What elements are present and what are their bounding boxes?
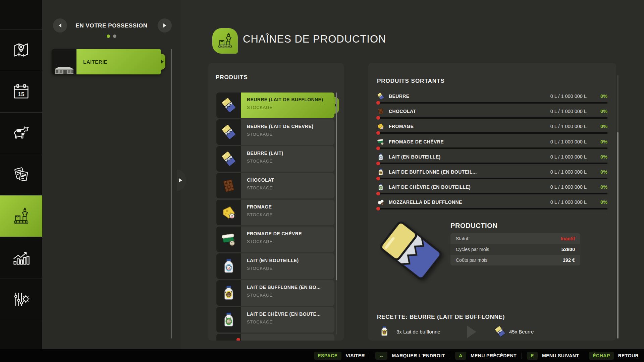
possession-item-laiterie[interactable]: LAITERIE xyxy=(52,49,161,74)
page-icon-badge xyxy=(212,28,238,54)
fill-indicator-dot xyxy=(376,131,380,135)
products-scrollbar[interactable] xyxy=(336,93,337,335)
keybind-next-menu[interactable]: E MENU SUIVANT xyxy=(527,352,579,360)
sidebar: 15 xyxy=(0,0,42,349)
fill-level-bar xyxy=(377,117,607,119)
fill-indicator-dot xyxy=(376,177,380,180)
product-item[interactable]: FROMAGE STOCKAGE xyxy=(216,200,334,225)
map-icon xyxy=(11,40,31,60)
products-panel: PRODUITS BEURRE (LAIT DE BUFFLONNE) STOC… xyxy=(208,63,344,341)
pagination-dot-active[interactable] xyxy=(107,35,110,38)
production-chain-icon xyxy=(11,206,31,226)
products-panel-title: PRODUITS xyxy=(216,74,248,81)
possession-item-label: LAITERIE xyxy=(83,59,107,65)
buffalo-milk-bottle-icon xyxy=(216,280,241,306)
pagination-dot[interactable] xyxy=(113,35,116,38)
status-value: Inactif xyxy=(560,236,575,241)
divider xyxy=(522,353,522,359)
sidebar-item-contracts[interactable] xyxy=(0,154,42,195)
sidebar-spacer xyxy=(0,0,42,29)
outputs-panel-title: PRODUITS SORTANTS xyxy=(377,78,445,84)
product-item-partial[interactable] xyxy=(216,334,334,341)
recipe-row: 3x Lait de bufflonne 45x Beurre xyxy=(377,325,607,340)
recipe-input: 3x Lait de bufflonne xyxy=(396,329,440,335)
page-title: CHAÎNES DE PRODUCTION xyxy=(243,33,386,45)
sidebar-item-production-chains[interactable] xyxy=(0,195,42,237)
production-section-title: PRODUCTION xyxy=(450,222,497,230)
fill-level-bar xyxy=(377,193,607,194)
outputs-scrollbar[interactable] xyxy=(617,75,619,339)
sidebar-item-animals[interactable] xyxy=(0,112,42,154)
keybind-visit[interactable]: ESPACE VISITER xyxy=(314,352,365,360)
item-arrow-tab xyxy=(161,54,165,70)
chocolate-icon xyxy=(216,173,241,198)
key-badge: E xyxy=(527,352,538,360)
output-row: LAIT DE CHÈVRE (EN BOUTEILLE) 0 L / 1 00… xyxy=(377,183,607,198)
sidebar-item-map[interactable] xyxy=(0,29,42,70)
divider xyxy=(377,214,607,214)
buffalo-milk-bottle-icon xyxy=(379,326,390,338)
product-item-selected[interactable]: BEURRE (LAIT DE BUFFLONNE) STOCKAGE xyxy=(216,93,334,118)
output-row: LAIT DE BUFFLONNE (EN BOUTEIL... 0 L / 1… xyxy=(377,168,607,183)
butter-icon xyxy=(216,146,241,172)
key-badge: A xyxy=(455,352,466,360)
cow-icon xyxy=(11,123,31,143)
output-row: LAIT (EN BOUTEILLE) 0 L / 1 000 000 L 0% xyxy=(377,153,607,168)
selected-product-large-icon xyxy=(374,213,449,288)
butter-icon xyxy=(377,93,384,100)
keybind-mark-location[interactable]: ↔ MARQUER L'ENDROIT xyxy=(375,352,445,360)
keybind-bar: ESPACE VISITER ↔ MARQUER L'ENDROIT A MEN… xyxy=(0,349,644,362)
product-item[interactable]: BEURRE (LAIT DE CHÈVRE) STOCKAGE xyxy=(216,119,334,145)
recipe-title: RECETTE: BEURRE (LAIT DE BUFFLONNE) xyxy=(377,314,505,320)
key-badge: ÉCHAP xyxy=(589,352,614,360)
output-row: FROMAGE DE CHÈVRE 0 L / 1 000 000 L 0% xyxy=(377,137,607,153)
fill-level-bar xyxy=(377,178,607,179)
fill-level-bar xyxy=(377,132,607,134)
fill-indicator-dot xyxy=(376,146,380,150)
product-item[interactable]: LAIT (EN BOUTEILLE) STOCKAGE xyxy=(216,253,334,279)
fill-indicator-dot xyxy=(376,207,380,210)
keybind-back[interactable]: ÉCHAP RETOUR xyxy=(589,352,639,360)
butter-icon xyxy=(216,93,241,118)
product-item[interactable]: LAIT DE BUFFLONNE (EN BO... STOCKAGE xyxy=(216,280,334,306)
production-status-table: Statut Inactif Cycles par mois 52800 Coû… xyxy=(450,233,580,265)
product-item[interactable]: FROMAGE DE CHÈVRE STOCKAGE xyxy=(216,227,334,252)
possession-title: EN VOTRE POSSESSION xyxy=(42,22,181,29)
keybind-previous-menu[interactable]: A MENU PRÉCÉDENT xyxy=(455,352,517,360)
notification-dot xyxy=(236,338,240,341)
fill-level-bar xyxy=(377,102,607,104)
mozzarella-icon xyxy=(377,198,384,206)
product-item[interactable]: BEURRE (LAIT) STOCKAGE xyxy=(216,146,334,172)
buffalo-milk-bottle-icon xyxy=(377,168,384,176)
table-row: Statut Inactif xyxy=(450,233,580,244)
documents-icon xyxy=(11,165,31,185)
panel-collapse-handle[interactable] xyxy=(177,170,186,191)
possession-item-label-area: LAITERIE xyxy=(76,49,161,74)
statistics-icon xyxy=(11,248,31,268)
fill-indicator-dot xyxy=(376,162,380,165)
outputs-panel: PRODUITS SORTANTS BEURRE 0 L / 1 000 000… xyxy=(368,63,616,341)
goat-milk-bottle-icon xyxy=(377,183,384,191)
product-item[interactable]: LAIT DE CHÈVRE (EN BOUTE... STOCKAGE xyxy=(216,307,334,333)
chocolate-icon xyxy=(377,108,384,115)
fill-level-bar xyxy=(377,163,607,164)
table-row: Coûts par mois 192 € xyxy=(450,255,580,265)
fill-indicator-dot xyxy=(376,116,380,120)
sidebar-item-calendar[interactable]: 15 xyxy=(0,71,42,112)
sliders-gear-icon xyxy=(11,289,31,309)
key-badge: ESPACE xyxy=(314,352,341,360)
output-row: MOZZARELLA DE BUFFLONNE 0 L / 1 000 000 … xyxy=(377,198,607,213)
fill-level-bar xyxy=(377,147,607,149)
sidebar-item-statistics[interactable] xyxy=(0,237,42,278)
goat-cheese-icon xyxy=(216,227,241,252)
chevron-right-icon xyxy=(179,178,184,182)
building-thumbnail xyxy=(52,49,76,74)
possession-panel: EN VOTRE POSSESSION LAITERIE xyxy=(42,0,181,349)
sidebar-item-prices[interactable] xyxy=(0,279,42,320)
cheese-icon xyxy=(377,123,384,130)
product-item[interactable]: CHOCOLAT STOCKAGE xyxy=(216,173,334,198)
product-list: BEURRE (LAIT DE BUFFLONNE) STOCKAGE BEUR… xyxy=(216,93,334,341)
production-chain-icon xyxy=(216,32,234,50)
possession-scrollbar[interactable] xyxy=(171,49,172,339)
milk-bottle-icon xyxy=(216,253,241,279)
